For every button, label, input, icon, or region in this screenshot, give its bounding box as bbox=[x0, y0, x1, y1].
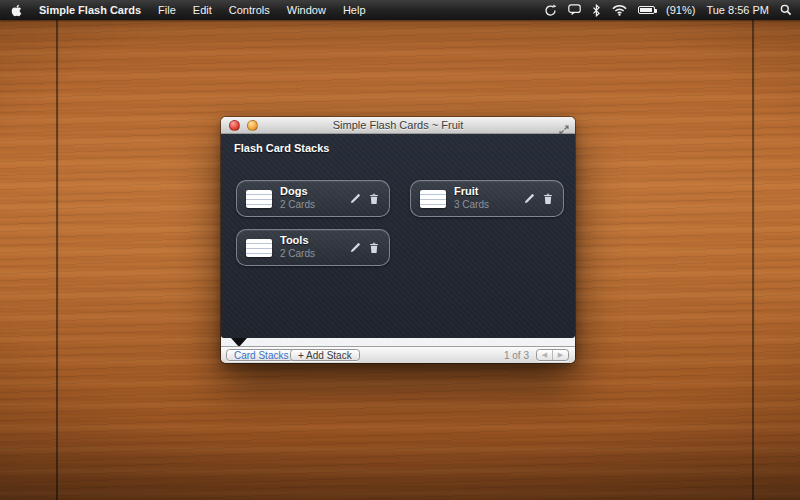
menu-controls[interactable]: Controls bbox=[229, 4, 270, 16]
menu-file[interactable]: File bbox=[158, 4, 176, 16]
index-card-icon bbox=[246, 190, 272, 208]
stack-actions bbox=[349, 241, 380, 254]
edit-stack-button[interactable] bbox=[523, 192, 536, 205]
chat-menu-extra[interactable] bbox=[568, 0, 581, 20]
edit-stack-button[interactable] bbox=[349, 192, 362, 205]
delete-stack-button[interactable] bbox=[541, 192, 554, 205]
menu-window[interactable]: Window bbox=[287, 4, 326, 16]
wood-plank-seam bbox=[56, 20, 59, 500]
delete-stack-button[interactable] bbox=[367, 192, 380, 205]
battery-percent: (91%) bbox=[666, 4, 695, 16]
pencil-icon bbox=[350, 193, 361, 204]
prev-page-button[interactable]: ◀ bbox=[537, 350, 552, 360]
stack-count: 3 Cards bbox=[454, 199, 489, 212]
app-menu-title[interactable]: Simple Flash Cards bbox=[39, 4, 141, 16]
screen: Simple Flash Cards File Edit Controls Wi… bbox=[0, 0, 800, 500]
sync-icon bbox=[544, 4, 557, 17]
sync-menu-extra[interactable] bbox=[544, 0, 557, 20]
battery-menu-extra[interactable] bbox=[638, 0, 655, 20]
stack-count: 2 Cards bbox=[280, 199, 315, 212]
battery-icon bbox=[638, 6, 655, 14]
index-card-icon bbox=[246, 239, 272, 257]
stack-actions bbox=[523, 192, 554, 205]
spotlight-icon bbox=[780, 4, 792, 16]
stack-name: Tools bbox=[280, 234, 315, 248]
pencil-icon bbox=[524, 193, 535, 204]
page-nav-control: ◀ ▶ bbox=[536, 349, 569, 361]
spotlight-menu-extra[interactable] bbox=[780, 0, 792, 20]
stack-name: Fruit bbox=[454, 185, 489, 199]
menu-bar: Simple Flash Cards File Edit Controls Wi… bbox=[0, 0, 800, 20]
stacks-panel: Flash Card Stacks Dogs 2 Cards bbox=[221, 134, 575, 338]
app-window: Simple Flash Cards ~ Fruit Flash Card St… bbox=[221, 117, 575, 363]
edit-stack-button[interactable] bbox=[349, 241, 362, 254]
card-stacks-button[interactable]: Card Stacks bbox=[226, 349, 296, 361]
window-title-bar[interactable]: Simple Flash Cards ~ Fruit bbox=[221, 117, 575, 134]
stack-card-fruit[interactable]: Fruit 3 Cards bbox=[410, 180, 564, 217]
stack-name: Dogs bbox=[280, 185, 315, 199]
apple-menu[interactable] bbox=[11, 0, 22, 20]
fullscreen-button[interactable] bbox=[559, 121, 569, 131]
bluetooth-icon bbox=[592, 4, 601, 17]
index-card-icon bbox=[420, 190, 446, 208]
wifi-icon bbox=[612, 4, 627, 16]
pencil-icon bbox=[350, 242, 361, 253]
apple-icon bbox=[11, 4, 22, 17]
delete-stack-button[interactable] bbox=[367, 241, 380, 254]
section-title: Flash Card Stacks bbox=[234, 142, 329, 154]
menu-help[interactable]: Help bbox=[343, 4, 366, 16]
next-page-button[interactable]: ▶ bbox=[552, 350, 568, 360]
wood-plank-seam bbox=[752, 20, 755, 500]
trash-icon bbox=[369, 242, 379, 254]
chat-icon bbox=[568, 4, 581, 16]
stack-actions bbox=[349, 192, 380, 205]
bottom-toolbar: Card Stacks + Add Stack 1 of 3 ◀ ▶ bbox=[221, 346, 575, 363]
trash-icon bbox=[543, 193, 553, 205]
stack-card-dogs[interactable]: Dogs 2 Cards bbox=[236, 180, 390, 217]
wifi-menu-extra[interactable] bbox=[612, 0, 627, 20]
stack-card-tools[interactable]: Tools 2 Cards bbox=[236, 229, 390, 266]
trash-icon bbox=[369, 193, 379, 205]
menu-edit[interactable]: Edit bbox=[193, 4, 212, 16]
add-stack-button[interactable]: + Add Stack bbox=[290, 349, 360, 361]
bluetooth-menu-extra[interactable] bbox=[592, 0, 601, 20]
menu-bar-clock[interactable]: Tue 8:56 PM bbox=[706, 4, 769, 16]
page-indicator: 1 of 3 bbox=[504, 350, 529, 361]
window-title: Simple Flash Cards ~ Fruit bbox=[221, 119, 575, 131]
stack-count: 2 Cards bbox=[280, 248, 315, 261]
